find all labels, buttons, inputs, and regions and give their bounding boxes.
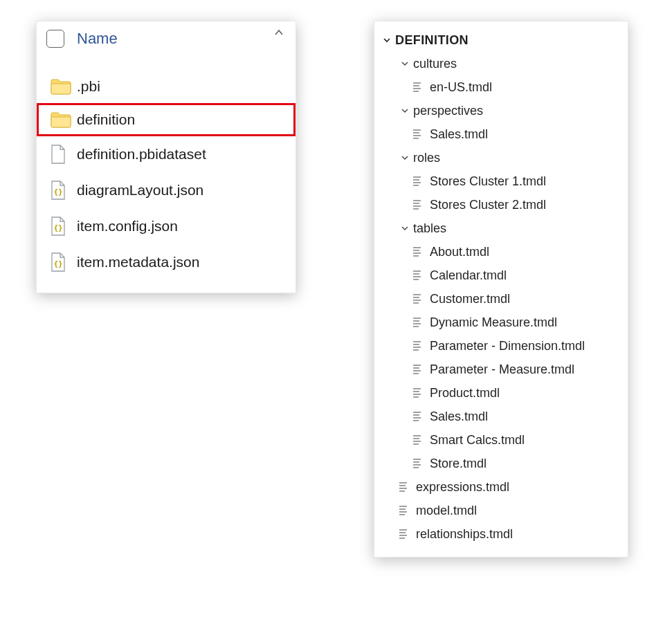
tree-item-label: tables — [413, 221, 446, 236]
file-lines-icon — [399, 506, 410, 515]
tree-item-label: Customer.tmdl — [430, 292, 510, 306]
tree-root-label: DEFINITION — [395, 33, 469, 48]
svg-text:{}: {} — [53, 259, 62, 268]
json-file-icon: {} — [49, 252, 77, 272]
tree-file[interactable]: expressions.tmdl — [381, 475, 619, 499]
tree-panel: DEFINITION culturesen-US.tmdlperspective… — [374, 21, 628, 558]
tree-item-label: cultures — [413, 57, 457, 71]
json-file-icon: {} — [49, 181, 77, 200]
tree-item-label: Stores Cluster 2.tmdl — [430, 198, 546, 212]
tree-body: culturesen-US.tmdlperspectivesSales.tmdl… — [381, 52, 619, 546]
file-item[interactable]: definition.pbidataset — [37, 136, 296, 172]
tree-file[interactable]: About.tmdl — [381, 240, 619, 264]
chevron-down-icon — [399, 224, 410, 232]
file-item[interactable]: {}item.config.json — [37, 208, 296, 244]
tree-file[interactable]: Dynamic Measure.tmdl — [381, 311, 619, 334]
file-lines-icon — [413, 459, 424, 468]
chevron-down-icon — [399, 107, 410, 115]
tree-item-label: Store.tmdl — [430, 457, 487, 471]
json-file-icon: {} — [49, 217, 77, 236]
file-item-label: item.metadata.json — [77, 254, 199, 270]
file-lines-icon — [413, 247, 424, 257]
file-lines-icon — [413, 365, 424, 374]
file-item[interactable]: .pbi — [37, 70, 296, 103]
tree-item-label: en-US.tmdl — [430, 80, 492, 95]
file-lines-icon — [413, 129, 424, 139]
tree-file[interactable]: Smart Calcs.tmdl — [381, 428, 619, 452]
tree-file[interactable]: Product.tmdl — [381, 381, 619, 405]
sort-chevron-icon[interactable] — [273, 27, 284, 41]
tree-item-label: Calendar.tmdl — [430, 268, 507, 283]
tree-file[interactable]: Sales.tmdl — [381, 405, 619, 428]
tree-item-label: Stores Cluster 1.tmdl — [430, 174, 546, 189]
file-item-label: item.config.json — [77, 218, 178, 234]
tree-item-label: roles — [413, 151, 440, 165]
tree-file[interactable]: Calendar.tmdl — [381, 264, 619, 287]
file-lines-icon — [413, 412, 424, 421]
file-lines-icon — [413, 318, 424, 327]
tree-item-label: expressions.tmdl — [416, 480, 509, 495]
tree-file[interactable]: Parameter - Measure.tmdl — [381, 358, 619, 381]
file-lines-icon — [399, 529, 410, 539]
tree-root[interactable]: DEFINITION — [381, 28, 619, 52]
file-item-label: diagramLayout.json — [77, 182, 203, 199]
tree-file[interactable]: model.tmdl — [381, 499, 619, 522]
column-header-name[interactable]: Name — [77, 30, 118, 48]
tree-file[interactable]: Stores Cluster 2.tmdl — [381, 193, 619, 217]
file-item[interactable]: {}diagramLayout.json — [37, 172, 296, 208]
file-explorer-panel: Name .pbidefinitiondefinition.pbidataset… — [36, 21, 296, 293]
file-lines-icon — [413, 388, 424, 398]
file-lines-icon — [413, 294, 424, 304]
tree-item-label: relationships.tmdl — [416, 527, 513, 542]
svg-text:{}: {} — [53, 187, 62, 196]
svg-text:{}: {} — [53, 223, 62, 232]
file-lines-icon — [413, 341, 424, 351]
tree-folder[interactable]: tables — [381, 217, 619, 240]
column-header-row: Name — [37, 27, 296, 57]
tree-item-label: perspectives — [413, 104, 483, 118]
tree-item-label: Dynamic Measure.tmdl — [430, 315, 557, 330]
tree-item-label: About.tmdl — [430, 245, 489, 259]
tree-file[interactable]: Stores Cluster 1.tmdl — [381, 169, 619, 193]
tree-item-label: Smart Calcs.tmdl — [430, 433, 525, 448]
file-lines-icon — [413, 435, 424, 445]
tree-item-label: Parameter - Dimension.tmdl — [430, 339, 585, 353]
folder-icon — [49, 78, 77, 95]
tree-file[interactable]: Sales.tmdl — [381, 122, 619, 146]
file-lines-icon — [413, 82, 424, 92]
file-icon — [49, 145, 77, 164]
file-item-label: definition.pbidataset — [77, 146, 206, 163]
tree-file[interactable]: Customer.tmdl — [381, 287, 619, 311]
tree-file[interactable]: Store.tmdl — [381, 452, 619, 475]
chevron-down-icon — [381, 36, 392, 44]
chevron-down-icon — [399, 154, 410, 162]
tree-folder[interactable]: roles — [381, 146, 619, 169]
file-list: .pbidefinitiondefinition.pbidataset{}dia… — [37, 57, 296, 280]
chevron-down-icon — [399, 59, 410, 68]
tree-item-label: Product.tmdl — [430, 386, 500, 401]
tree-item-label: model.tmdl — [416, 504, 477, 518]
tree-item-label: Sales.tmdl — [430, 127, 488, 142]
file-item[interactable]: {}item.metadata.json — [37, 244, 296, 280]
tree-folder[interactable]: perspectives — [381, 99, 619, 122]
file-lines-icon — [399, 482, 410, 492]
select-all-checkbox[interactable] — [46, 30, 64, 48]
tree-folder[interactable]: cultures — [381, 52, 619, 75]
tree-file[interactable]: relationships.tmdl — [381, 522, 619, 546]
folder-icon — [49, 111, 77, 128]
tree-item-label: Sales.tmdl — [430, 410, 488, 424]
tree-file[interactable]: en-US.tmdl — [381, 75, 619, 99]
tree-item-label: Parameter - Measure.tmdl — [430, 362, 574, 377]
file-item-label: .pbi — [77, 78, 100, 95]
tree-file[interactable]: Parameter - Dimension.tmdl — [381, 334, 619, 358]
file-item[interactable]: definition — [37, 103, 296, 136]
file-item-label: definition — [77, 111, 135, 128]
file-lines-icon — [413, 270, 424, 280]
file-lines-icon — [413, 176, 424, 186]
file-lines-icon — [413, 200, 424, 210]
